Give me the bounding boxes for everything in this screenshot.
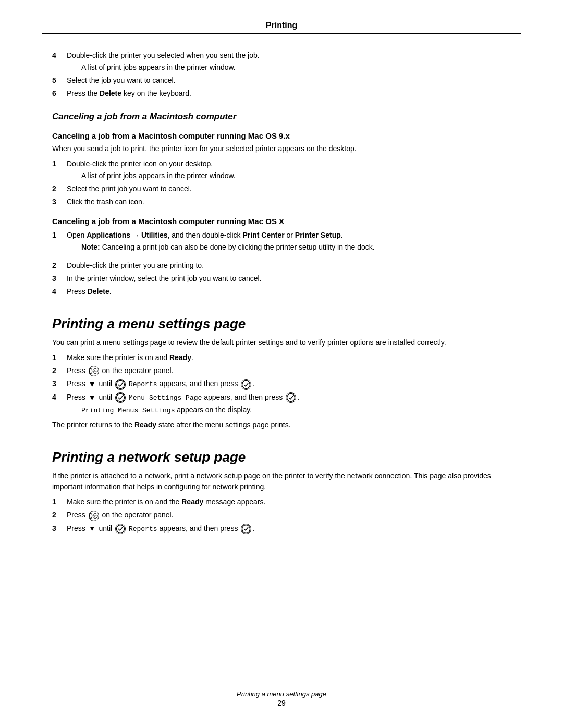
step-content: Select the print job you want to cancel. xyxy=(67,183,511,194)
content: 4 Double-click the printer you selected … xyxy=(52,50,511,534)
step-content: Press on the operator panel. xyxy=(67,365,511,376)
step-number: 4 xyxy=(52,392,67,403)
list-item: 4 Press ▼ until Menu Settings Page appea… xyxy=(52,392,511,415)
check-icon xyxy=(115,392,126,403)
step-number: 3 xyxy=(52,273,67,284)
step-content: Double-click the printer you are printin… xyxy=(67,260,511,271)
macosx-steps: 1 Open Applications → Utilities, and the… xyxy=(52,230,511,297)
menu-settings-intro: You can print a menu settings page to re… xyxy=(52,337,511,348)
step-number: 1 xyxy=(52,352,67,363)
step-number: 4 xyxy=(52,50,67,61)
step-content: Open Applications → Utilities, and then … xyxy=(67,230,511,258)
step-number: 2 xyxy=(52,183,67,194)
macos9-steps: 1 Double-click the printer icon on your … xyxy=(52,158,511,207)
intro-steps: 4 Double-click the printer you selected … xyxy=(52,50,511,99)
list-item: 2 Double-click the printer you are print… xyxy=(52,260,511,271)
list-item: 3 Press ▼ until Reports appears, and the… xyxy=(52,523,511,535)
network-setup-steps: 1 Make sure the printer is on and the Re… xyxy=(52,497,511,534)
step-content: Double-click the printer you selected wh… xyxy=(67,50,511,73)
step-content: Make sure the printer is on and the Read… xyxy=(67,497,511,508)
list-item: 5 Select the job you want to cancel. xyxy=(52,75,511,86)
step-number: 2 xyxy=(52,510,67,521)
step-content: Make sure the printer is on and Ready. xyxy=(67,352,511,363)
list-item: 4 Press Delete. xyxy=(52,286,511,297)
svg-point-6 xyxy=(287,394,295,402)
step-number: 3 xyxy=(52,378,67,389)
svg-point-8 xyxy=(94,515,95,516)
step-sub: A list of print jobs appears in the prin… xyxy=(81,170,511,181)
check-icon xyxy=(241,379,251,390)
check-icon xyxy=(115,379,126,390)
down-arrow-icon: ▼ xyxy=(89,379,96,390)
subsection1-intro: When you send a job to print, the printe… xyxy=(52,143,511,154)
step-number: 1 xyxy=(52,230,67,241)
subsection-heading-macosx: Canceling a job from a Macintosh compute… xyxy=(52,217,511,226)
network-setup-intro: If the printer is attached to a network,… xyxy=(52,471,511,492)
step-number: 1 xyxy=(52,158,67,169)
step-content: Press ▼ until Reports appears, and then … xyxy=(67,523,511,535)
step-number: 6 xyxy=(52,88,67,99)
main-heading-menu-settings: Printing a menu settings page xyxy=(52,316,511,332)
list-item: 6 Press the Delete key on the keyboard. xyxy=(52,88,511,99)
header-rule xyxy=(42,33,521,34)
down-arrow-icon: ▼ xyxy=(89,523,96,534)
svg-point-11 xyxy=(242,525,250,533)
note-block: Note: Canceling a print job can also be … xyxy=(81,242,480,253)
step-number: 5 xyxy=(52,75,67,86)
step-number: 2 xyxy=(52,365,67,376)
menu-settings-closing: The printer returns to the Ready state a… xyxy=(52,419,511,430)
step-number: 4 xyxy=(52,286,67,297)
svg-point-10 xyxy=(117,525,125,533)
list-item: 2 Select the print job you want to cance… xyxy=(52,183,511,194)
step-content: Press Delete. xyxy=(67,286,511,297)
step-content: Press the Delete key on the keyboard. xyxy=(67,88,511,99)
main-heading-network-setup: Printing a network setup page xyxy=(52,449,511,465)
list-item: 3 Click the trash can icon. xyxy=(52,196,511,207)
step-number: 3 xyxy=(52,523,67,534)
page: Printing 4 Double-click the printer you … xyxy=(0,0,563,728)
step-sub: A list of print jobs appears in the prin… xyxy=(81,62,511,73)
step-content: Click the trash can icon. xyxy=(67,196,511,207)
step-sub: Printing Menus Settings appears on the d… xyxy=(81,404,511,416)
subsection-heading-macos9: Canceling a job from a Macintosh compute… xyxy=(52,131,511,140)
list-item: 1 Open Applications → Utilities, and the… xyxy=(52,230,511,258)
check-icon xyxy=(115,524,126,534)
check-icon xyxy=(241,524,251,534)
section-heading-canceling: Canceling a job from a Macintosh compute… xyxy=(52,112,511,122)
footer-rule xyxy=(42,674,521,674)
page-title: Printing xyxy=(52,21,511,30)
list-item: 1 Make sure the printer is on and the Re… xyxy=(52,497,511,508)
list-item: 3 In the printer window, select the prin… xyxy=(52,273,511,284)
down-arrow-icon: ▼ xyxy=(89,392,96,403)
step-content: Select the job you want to cancel. xyxy=(67,75,511,86)
list-item: 2 Press on the operator panel. xyxy=(52,365,511,376)
list-item: 2 Press on the operator panel. xyxy=(52,510,511,521)
svg-point-4 xyxy=(242,380,250,388)
step-number: 2 xyxy=(52,260,67,271)
page-footer: Printing a menu settings page 29 xyxy=(0,674,563,707)
page-header: Printing xyxy=(52,21,511,34)
svg-point-5 xyxy=(117,394,125,402)
menu-icon xyxy=(89,366,99,376)
list-item: 3 Press ▼ until Reports appears, and the… xyxy=(52,378,511,390)
menu-icon xyxy=(89,511,99,521)
list-item: 4 Double-click the printer you selected … xyxy=(52,50,511,73)
footer-label: Printing a menu settings page xyxy=(237,690,326,698)
list-item: 1 Make sure the printer is on and Ready. xyxy=(52,352,511,363)
menu-settings-steps: 1 Make sure the printer is on and Ready.… xyxy=(52,352,511,415)
step-content: Double-click the printer icon on your de… xyxy=(67,158,511,181)
svg-point-3 xyxy=(117,380,125,388)
step-content: In the printer window, select the print … xyxy=(67,273,511,284)
footer-page-number: 29 xyxy=(0,699,563,707)
step-content: Press ▼ until Reports appears, and then … xyxy=(67,378,511,390)
list-item: 1 Double-click the printer icon on your … xyxy=(52,158,511,181)
step-content: Press on the operator panel. xyxy=(67,510,511,521)
step-content: Press ▼ until Menu Settings Page appears… xyxy=(67,392,511,415)
svg-point-1 xyxy=(94,371,95,372)
check-icon xyxy=(286,392,296,403)
step-number: 3 xyxy=(52,196,67,207)
step-number: 1 xyxy=(52,497,67,508)
